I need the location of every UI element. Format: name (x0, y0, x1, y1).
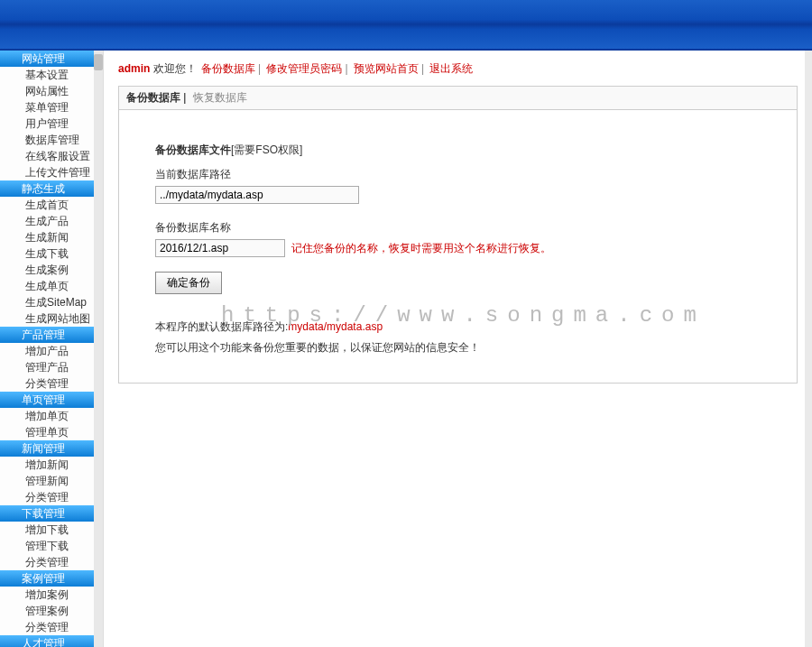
menu-upload-mgmt[interactable]: 上传文件管理 (0, 164, 103, 180)
menu-add-case[interactable]: 增加案例 (0, 587, 103, 603)
panel-body: 备份数据库文件[需要FSO权限] 当前数据库路径 备份数据库名称 记住您备份的名… (119, 110, 797, 383)
submit-backup-button[interactable]: 确定备份 (155, 272, 222, 294)
welcome-text: 欢迎您！ (150, 62, 199, 75)
menu-gen-page[interactable]: 生成单页 (0, 278, 103, 294)
menu-gen-home[interactable]: 生成首页 (0, 197, 103, 213)
menu-gen-download[interactable]: 生成下载 (0, 245, 103, 262)
sidebar: 网站管理 基本设置 网站属性 菜单管理 用户管理 数据库管理 在线客服设置 上传… (0, 51, 104, 647)
sidebar-scrollbar-thumb[interactable] (94, 54, 103, 70)
admin-name: admin (118, 62, 150, 75)
menu-gen-sitemap[interactable]: 生成SiteMap (0, 294, 103, 310)
section-header-news[interactable]: 新闻管理 (0, 440, 103, 457)
menu-mgmt-product[interactable]: 管理产品 (0, 359, 103, 375)
menu-mgmt-download[interactable]: 管理下载 (0, 538, 103, 554)
tab-restore[interactable]: 恢复数据库 (193, 91, 247, 104)
menu-online-service[interactable]: 在线客服设置 (0, 148, 103, 164)
menu-gen-product[interactable]: 生成产品 (0, 213, 103, 229)
form-title-suffix: [需要FSO权限] (231, 143, 302, 156)
backup-name-hint: 记住您备份的名称，恢复时需要用这个名称进行恢复。 (291, 242, 551, 254)
menu-mgmt-news[interactable]: 管理新闻 (0, 473, 103, 489)
current-path-label: 当前数据库路径 (155, 167, 761, 182)
menu-site-props[interactable]: 网站属性 (0, 83, 103, 99)
menu-mgmt-case[interactable]: 管理案例 (0, 603, 103, 619)
menu-user-mgmt[interactable]: 用户管理 (0, 116, 103, 132)
link-backup-db[interactable]: 备份数据库 (201, 62, 255, 75)
link-logout[interactable]: 退出系统 (429, 62, 473, 75)
menu-menu-mgmt[interactable]: 菜单管理 (0, 99, 103, 116)
menu-add-news[interactable]: 增加新闻 (0, 457, 103, 473)
separator: | (258, 62, 261, 75)
menu-add-download[interactable]: 增加下载 (0, 522, 103, 538)
sidebar-scrollbar[interactable] (94, 51, 103, 647)
main-panel: 备份数据库 | 恢复数据库 备份数据库文件[需要FSO权限] 当前数据库路径 备… (118, 86, 798, 384)
separator: | (345, 62, 347, 75)
menu-gen-news[interactable]: 生成新闻 (0, 229, 103, 245)
backup-name-input[interactable] (155, 239, 285, 257)
backup-name-label: 备份数据库名称 (155, 220, 761, 236)
menu-add-page[interactable]: 增加单页 (0, 408, 103, 424)
menu-db-mgmt[interactable]: 数据库管理 (0, 132, 103, 148)
menu-mgmt-page[interactable]: 管理单页 (0, 424, 103, 440)
section-header-product[interactable]: 产品管理 (0, 327, 103, 343)
section-header-static[interactable]: 静态生成 (0, 180, 103, 197)
right-edge-scrollbar[interactable] (805, 51, 812, 647)
link-change-pwd[interactable]: 修改管理员密码 (266, 62, 342, 75)
menu-add-product[interactable]: 增加产品 (0, 343, 103, 359)
section-header-case[interactable]: 案例管理 (0, 570, 103, 587)
current-path-input[interactable] (155, 186, 359, 204)
separator: | (421, 62, 424, 75)
tab-backup[interactable]: 备份数据库 (126, 91, 180, 104)
menu-cat-news[interactable]: 分类管理 (0, 489, 103, 505)
link-preview-home[interactable]: 预览网站首页 (354, 62, 419, 75)
tab-bar: 备份数据库 | 恢复数据库 (119, 87, 797, 110)
form-title: 备份数据库文件[需要FSO权限] (155, 143, 761, 158)
section-header-download[interactable]: 下载管理 (0, 505, 103, 522)
menu-gen-sitemap2[interactable]: 生成网站地图 (0, 310, 103, 327)
menu-cat-download[interactable]: 分类管理 (0, 554, 103, 570)
section-header-page[interactable]: 单页管理 (0, 392, 103, 408)
section-header-site[interactable]: 网站管理 (0, 51, 103, 67)
info-default-value: mydata/mydata.asp (288, 320, 383, 333)
section-header-talent[interactable]: 人才管理 (0, 635, 103, 647)
form-title-text: 备份数据库文件 (155, 143, 231, 156)
info-default-prefix: 本程序的默认数据库路径为: (155, 320, 288, 333)
top-links: admin 欢迎您！ 备份数据库| 修改管理员密码| 预览网站首页| 退出系统 (118, 58, 798, 86)
info-default-path: 本程序的默认数据库路径为:mydata/mydata.asp (155, 319, 761, 335)
tab-separator: | (183, 91, 186, 104)
menu-basic-settings[interactable]: 基本设置 (0, 67, 103, 83)
menu-cat-case[interactable]: 分类管理 (0, 619, 103, 635)
info-description: 您可以用这个功能来备份您重要的数据，以保证您网站的信息安全！ (155, 340, 761, 356)
menu-cat-product[interactable]: 分类管理 (0, 375, 103, 392)
header-banner (0, 0, 812, 51)
menu-gen-case[interactable]: 生成案例 (0, 262, 103, 278)
content-area: admin 欢迎您！ 备份数据库| 修改管理员密码| 预览网站首页| 退出系统 … (104, 51, 812, 647)
